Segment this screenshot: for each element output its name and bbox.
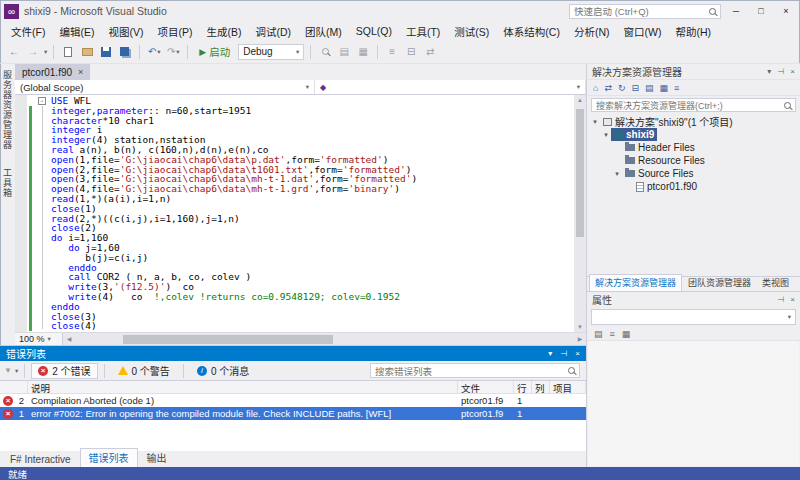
bottom-panel-tab[interactable]: F# Interactive <box>2 453 79 467</box>
solution-explorer-search-input[interactable]: 搜索解决方案资源管理器(Ctrl+;) <box>591 98 796 112</box>
tree-item[interactable]: ▾解决方案"shixi9"(1 个项目) <box>587 115 800 128</box>
code-line[interactable]: read(1,*)(a(i),i=1,n) <box>15 194 574 204</box>
expander-icon[interactable]: ▾ <box>601 131 611 139</box>
close-button[interactable]: × <box>776 6 796 16</box>
collapse-all-icon[interactable]: ⊟ <box>632 83 640 93</box>
code-line[interactable]: b(j)=c(i,j) <box>15 253 574 263</box>
properties-title-bar[interactable]: 属性 ⊤ × <box>587 292 800 307</box>
menu-item[interactable]: 分析(N) <box>567 22 617 41</box>
save-all-button[interactable] <box>117 43 133 61</box>
code-line[interactable]: write(4) co !,colev !returns co=0.954812… <box>15 292 574 302</box>
open-file-button[interactable] <box>79 43 95 61</box>
error-list-title-bar[interactable]: 错误列表 ▾ ⊤ × <box>0 346 586 361</box>
expander-icon[interactable]: ▾ <box>590 118 600 126</box>
navigate-forward-button[interactable]: → <box>25 43 41 61</box>
fold-toggle-icon[interactable]: - <box>38 97 46 105</box>
close-icon[interactable]: × <box>575 349 580 358</box>
menu-item[interactable]: 测试(S) <box>447 22 496 41</box>
new-file-button[interactable] <box>60 43 76 61</box>
menu-item[interactable]: 生成(B) <box>199 22 248 41</box>
error-row[interactable]: ×1error #7002: Error in opening the comp… <box>0 407 586 420</box>
side-tool-tab[interactable]: 服务器资源管理器 <box>0 66 15 154</box>
scroll-right-icon[interactable]: ▶ <box>574 333 586 346</box>
scroll-up-icon[interactable]: ▲ <box>574 95 586 105</box>
zoom-dropdown[interactable]: 100 % ▾ <box>15 333 63 345</box>
member-dropdown[interactable]: ◆ ▾ <box>315 80 586 94</box>
column-header[interactable]: 文件 <box>458 381 514 393</box>
document-tab[interactable]: ptcor01.f90 × <box>15 64 90 80</box>
tree-item[interactable]: ptcor01.f90 <box>587 180 800 193</box>
solution-configuration-dropdown[interactable]: Debug ▾ <box>238 44 304 60</box>
column-header[interactable]: 项目 <box>550 381 586 393</box>
window-position-icon[interactable]: ▾ <box>548 349 552 358</box>
menu-item[interactable]: 调试(D) <box>248 22 298 41</box>
menu-item[interactable]: 窗口(W) <box>617 22 669 41</box>
navigate-backward-button[interactable]: ← <box>6 43 22 61</box>
navigate-dropdown-icon[interactable]: ▾ <box>44 48 47 56</box>
toolbar-icon[interactable] <box>317 43 333 61</box>
home-icon[interactable]: ⌂ <box>593 83 598 93</box>
filter-dropdown-icon[interactable]: ▾ <box>15 367 18 375</box>
column-header[interactable]: 列 <box>532 381 550 393</box>
bottom-panel-tab[interactable]: 输出 <box>139 449 175 467</box>
close-icon[interactable]: × <box>790 295 795 304</box>
close-icon[interactable]: × <box>78 67 83 77</box>
horizontal-scrollbar[interactable]: ◀ ▶ <box>63 333 586 345</box>
solution-explorer-title-bar[interactable]: 解决方案资源管理器 ▾ ⊤ × <box>587 64 800 79</box>
pin-icon[interactable]: ⊤ <box>776 296 785 303</box>
maximize-button[interactable]: □ <box>751 6 771 16</box>
bottom-panel-tab[interactable]: 错误列表 <box>80 448 138 467</box>
refresh-icon[interactable]: ↻ <box>618 83 626 93</box>
scrollbar-thumb[interactable] <box>576 109 584 237</box>
column-header[interactable]: 说明 <box>28 381 458 393</box>
scope-dropdown[interactable]: (Global Scope) ▾ <box>15 80 315 94</box>
categorized-icon[interactable]: ▤ <box>594 329 603 339</box>
properties-object-dropdown[interactable]: ▾ <box>591 309 796 325</box>
start-debug-button[interactable]: ▶ 启动 <box>194 43 235 61</box>
toolbar-icon[interactable]: ▦ <box>355 43 371 61</box>
code-line[interactable]: close(3) <box>15 312 574 322</box>
code-line[interactable]: enddo <box>15 302 574 312</box>
code-line[interactable]: close(4) <box>15 321 574 331</box>
code-pane[interactable]: -USE WFLinteger,parameter:: n=60,start=1… <box>15 95 574 332</box>
right-panel-tab[interactable]: 团队资源管理器 <box>683 275 756 291</box>
scroll-left-icon[interactable]: ◀ <box>63 333 75 346</box>
filter-icon[interactable]: ▼ <box>4 366 12 375</box>
redo-button[interactable]: ↷▾ <box>165 43 181 61</box>
vertical-scrollbar[interactable]: ▲ ▼ <box>574 95 586 332</box>
undo-button[interactable]: ↶▾ <box>146 43 162 61</box>
menu-item[interactable]: 团队(M) <box>298 22 349 41</box>
menu-item[interactable]: 视图(V) <box>101 22 150 41</box>
quick-launch-input[interactable]: 快速启动 (Ctrl+Q) <box>569 4 721 19</box>
menu-item[interactable]: 帮助(H) <box>668 22 718 41</box>
toolbar-icon[interactable]: ≡ <box>384 43 400 61</box>
pin-icon[interactable]: ⊤ <box>776 68 785 75</box>
scrollbar-thumb[interactable] <box>123 335 333 344</box>
save-button[interactable] <box>98 43 114 61</box>
warning-filter-button[interactable]: 0 个警告 <box>111 363 177 379</box>
code-line[interactable]: read(2,*)((c(i,j),i=1,160),j=1,n) <box>15 214 574 224</box>
menu-item[interactable]: 体系结构(C) <box>496 22 567 41</box>
scroll-down-icon[interactable]: ▼ <box>574 322 586 332</box>
pin-icon[interactable]: ⊤ <box>559 350 568 357</box>
close-icon[interactable]: × <box>790 67 795 76</box>
menu-item[interactable]: 编辑(E) <box>52 22 101 41</box>
right-panel-tab[interactable]: 类视图 <box>757 275 794 291</box>
alphabetical-icon[interactable]: ≡ <box>610 329 615 339</box>
window-position-icon[interactable]: ▾ <box>767 67 771 76</box>
property-pages-icon[interactable]: ▦ <box>622 329 631 339</box>
menu-item[interactable]: 文件(F) <box>4 22 52 41</box>
error-filter-button[interactable]: ×2 个错误 <box>31 363 97 379</box>
menu-item[interactable]: SQL(Q) <box>349 23 399 39</box>
expander-icon[interactable]: ▾ <box>612 170 622 178</box>
tree-item[interactable]: Header Files <box>587 141 800 154</box>
properties-icon[interactable]: ▤ <box>645 83 654 93</box>
tree-item[interactable]: ▾shixi9 <box>587 128 800 141</box>
preview-selected-icon[interactable]: ≡ <box>674 83 679 93</box>
tree-item[interactable]: ▾Source Files <box>587 167 800 180</box>
show-all-files-icon[interactable]: ▦ <box>660 83 669 93</box>
toolbar-icon[interactable]: ⇄ <box>422 43 438 61</box>
toolbar-icon[interactable]: ▤ <box>336 43 352 61</box>
info-filter-button[interactable]: i0 个消息 <box>190 363 256 379</box>
right-panel-tab[interactable]: 解决方案资源管理器 <box>589 274 682 291</box>
